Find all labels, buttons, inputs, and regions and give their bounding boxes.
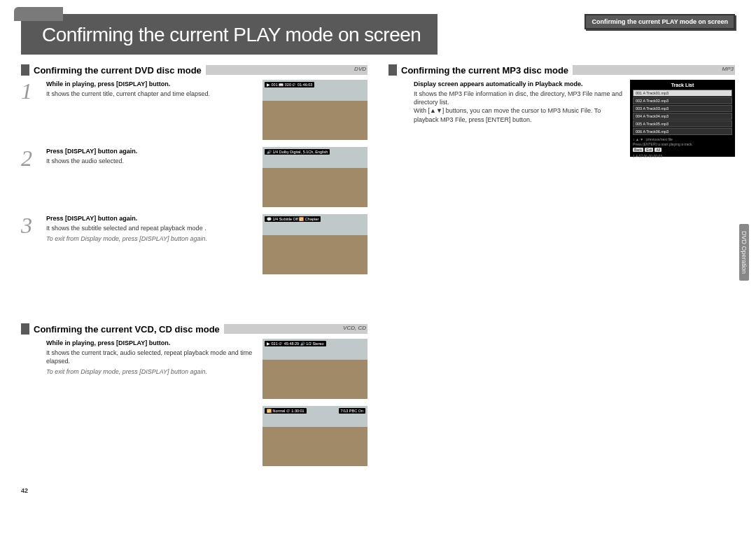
step-number: 2	[21, 147, 41, 207]
track-hint: ↕ ▲ ▼ : previous/next file	[633, 137, 673, 141]
track-btn: Exit	[645, 148, 653, 152]
osd-overlay: 🔁 Normal ⏱ 1:30:01	[265, 408, 307, 414]
section-vcd: Confirming the current VCD, CD disc mode…	[21, 323, 368, 335]
track-footer: 1 A.07:06 00:00:03	[633, 154, 732, 159]
track-list-title: Track List	[633, 83, 732, 87]
list-item: 002 A Track02.mp3	[633, 97, 732, 104]
step-mp3: 1 Display screen appears automatically i…	[388, 80, 735, 157]
step-body: It shows the audio selected.	[46, 157, 124, 164]
screenshot: ▶ 001 📖 020 ⏱ 01:46:03	[262, 80, 368, 140]
step-3: 3 Press [DISPLAY] button again. It shows…	[21, 214, 368, 274]
osd-overlay: ▶ 001 📖 020 ⏱ 01:46:03	[265, 82, 314, 87]
step-title: Display screen appears automatically in …	[414, 80, 624, 88]
list-item: 003 A Track03.mp3	[633, 105, 732, 112]
disc-tag: VCD, CD	[343, 325, 366, 331]
osd-overlay: 🔊 1/4 Dolby Digital, 5.1Ch, English	[265, 149, 330, 155]
page-title: Confirming the current PLAY mode on scre…	[21, 14, 438, 55]
section-bar-icon	[21, 64, 29, 76]
disc-tag: MP3	[722, 66, 734, 72]
step-vcd: 1 While in playing, press [DISPLAY] butt…	[21, 339, 368, 473]
screenshot: 🔁 Normal ⏱ 1:30:01 7/13 PBC On	[262, 406, 368, 466]
osd-overlay: 7/13 PBC On	[339, 408, 365, 414]
list-item: 006 A Track06.mp3	[633, 128, 732, 135]
section-bar-icon	[21, 323, 29, 335]
list-item: 001 A Track01.mp3	[633, 90, 732, 97]
track-btn: All	[654, 148, 662, 152]
step-body: It shows the MP3 File information in dis…	[414, 90, 622, 106]
track-btn: Back	[633, 148, 643, 152]
section-heading: Confirming the current MP3 disc mode	[401, 65, 568, 76]
step-title: While in playing, press [DISPLAY] button…	[46, 80, 257, 88]
page-number-left: 42	[21, 487, 368, 494]
disc-tag: DVD	[354, 66, 366, 72]
osd-overlay: ▶ 021 ⏱ 45:48:29 🔊 1/2 Stereo	[265, 341, 326, 346]
step-1: 1 While in playing, press [DISPLAY] butt…	[21, 80, 368, 140]
step-title: While in playing, press [DISPLAY] button…	[46, 339, 257, 347]
step-note: To exit from Display mode, press [DISPLA…	[46, 234, 257, 243]
screenshot: 💬 1/4 Subtitle Off 🔁 Chapter	[262, 214, 368, 274]
step-2: 2 Press [DISPLAY] button again. It shows…	[21, 147, 368, 207]
list-item: 005 A Track05.mp3	[633, 120, 732, 127]
step-title: Press [DISPLAY] button again.	[46, 214, 257, 223]
list-item: 004 A Track04.mp3	[633, 113, 732, 120]
section-bar-icon	[388, 64, 397, 76]
step-body: With [▲▼] buttons, you can move the curs…	[414, 107, 601, 122]
section-dvd: Confirming the current DVD disc mode DVD	[21, 64, 368, 76]
step-body: It shows the subtitle selected and repea…	[46, 225, 206, 232]
step-title: Press [DISPLAY] button again.	[46, 147, 257, 155]
side-tab-dvd-operation: DVD Operation	[739, 224, 749, 281]
screenshot: 🔊 1/4 Dolby Digital, 5.1Ch, English	[262, 147, 368, 207]
page-title-mini: Confirming the current PLAY mode on scre…	[584, 14, 735, 29]
step-note: To exit from Display mode, press [DISPLA…	[46, 367, 257, 376]
step-number: 3	[21, 214, 41, 274]
screenshot: ▶ 021 ⏱ 45:48:29 🔊 1/2 Stereo	[262, 339, 368, 399]
section-heading: Confirming the current DVD disc mode	[34, 65, 202, 76]
track-hint: Press [ENTER] to start playing a track.	[633, 142, 693, 146]
section-mp3: Confirming the current MP3 disc mode MP3	[388, 64, 735, 76]
osd-overlay: 💬 1/4 Subtitle Off 🔁 Chapter	[265, 216, 321, 222]
section-heading: Confirming the current VCD, CD disc mode	[34, 324, 220, 335]
step-number: 1	[21, 80, 41, 140]
step-body: It shows the current title, current chap…	[46, 90, 210, 97]
step-body: It shows the current track, audio select…	[46, 349, 252, 365]
track-list-screen: Track List 001 A Track01.mp3 002 A Track…	[630, 80, 735, 157]
